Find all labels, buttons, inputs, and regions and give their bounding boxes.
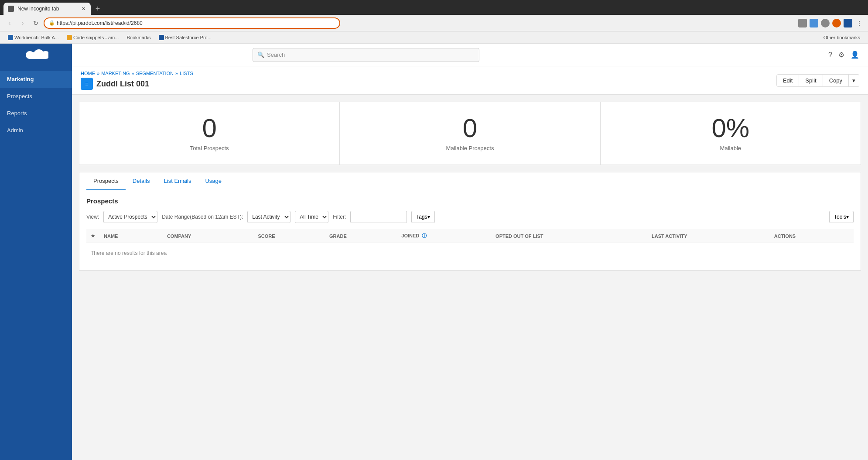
back-button[interactable]: ‹ — [4, 18, 15, 28]
user-icon[interactable]: 👤 — [851, 51, 859, 59]
filter-input[interactable] — [350, 211, 407, 223]
breadcrumb-sep-2: » — [132, 71, 134, 76]
extensions-area: ⋮ — [798, 19, 864, 27]
stats-row: 0 Total Prospects 0 Mailable Prospects 0… — [79, 102, 861, 165]
settings-icon[interactable]: ⚙ — [838, 51, 844, 59]
date-range-label: Date Range(Based on 12am EST): — [162, 214, 243, 220]
breadcrumb-sep-1: » — [97, 71, 99, 76]
main-content: HOME » MARKETING » SEGMENTATION » LISTS … — [72, 66, 868, 460]
col-actions: ACTIONS — [770, 229, 854, 243]
empty-message: There are no results for this area — [86, 243, 854, 264]
sidebar-nav: Marketing Prospects Reports Admin — [0, 71, 72, 460]
sidebar-item-prospects[interactable]: Prospects — [0, 88, 72, 105]
breadcrumb: HOME » MARKETING » SEGMENTATION » LISTS — [81, 71, 193, 76]
split-button[interactable]: Split — [799, 74, 823, 87]
ext-icon-2[interactable] — [810, 19, 818, 27]
col-joined[interactable]: JOINED ⓘ — [397, 229, 491, 243]
page-title: Zuddl List 001 — [96, 79, 149, 89]
joined-info-icon[interactable]: ⓘ — [422, 233, 427, 238]
ext-icon-3[interactable] — [821, 19, 830, 27]
ext-icon-1[interactable] — [798, 19, 807, 27]
stat-total-prospects: 0 Total Prospects — [79, 102, 340, 165]
salesforce-logo — [0, 44, 72, 71]
filters-row: View: Active Prospects Date Range(Based … — [86, 211, 854, 223]
bookmark-workbench[interactable]: Workbench: Bulk A... — [4, 34, 62, 41]
breadcrumb-marketing[interactable]: MARKETING — [101, 71, 130, 76]
ext-icon-5[interactable] — [844, 19, 852, 27]
tab-usage[interactable]: Usage — [198, 172, 229, 190]
address-bar[interactable]: 🔒 https://pi.pardot.com/list/read/id/268… — [44, 17, 340, 29]
col-name[interactable]: NAME — [99, 229, 163, 243]
stat-label-pct: Mailable — [720, 145, 741, 151]
header-actions: Edit Split Copy ▾ — [776, 74, 859, 87]
refresh-button[interactable]: ↻ — [31, 18, 41, 28]
tags-button[interactable]: Tags▾ — [411, 211, 434, 223]
edit-button[interactable]: Edit — [776, 74, 799, 87]
new-tab-button[interactable]: + — [92, 3, 103, 14]
search-bar[interactable]: 🔍 Search — [253, 48, 479, 62]
empty-row: There are no results for this area — [86, 243, 854, 264]
view-select[interactable]: Active Prospects — [103, 211, 157, 223]
breadcrumb-section: HOME » MARKETING » SEGMENTATION » LISTS … — [72, 66, 868, 95]
tools-button[interactable]: Tools▾ — [829, 211, 854, 223]
date-range-select[interactable]: Last Activity — [247, 211, 290, 223]
bookmark-icon-2 — [67, 35, 72, 40]
col-score[interactable]: SCORE — [254, 229, 325, 243]
top-nav-icons: ? ⚙ 👤 — [828, 51, 859, 59]
page-header: ≡ Zuddl List 001 — [81, 78, 193, 90]
breadcrumb-sep-3: » — [175, 71, 178, 76]
stat-number-total: 0 — [202, 115, 216, 141]
col-star: ★ — [86, 229, 99, 243]
other-bookmarks[interactable]: Other bookmarks — [820, 34, 864, 41]
page-icon: ≡ — [81, 78, 93, 90]
prospects-table: ★ NAME COMPANY SCORE GRADE JOINED ⓘ OPTE… — [86, 229, 854, 263]
col-company[interactable]: COMPANY — [163, 229, 254, 243]
time-range-select[interactable]: All Time — [295, 211, 328, 223]
forward-button[interactable]: › — [17, 18, 28, 28]
sidebar-item-reports[interactable]: Reports — [0, 105, 72, 122]
bookmark-icon-4 — [159, 35, 164, 40]
tab-close-icon[interactable]: ✕ — [80, 6, 86, 12]
more-button[interactable]: ⋮ — [855, 19, 864, 27]
tab-favicon — [8, 6, 14, 12]
prospects-section-title: Prospects — [86, 197, 854, 205]
address-text: https://pi.pardot.com/list/read/id/2680 — [57, 20, 143, 26]
tab-title: New incognito tab — [17, 6, 59, 12]
filter-label: Filter: — [333, 214, 346, 220]
breadcrumb-lists[interactable]: LISTS — [180, 71, 193, 76]
browser-tab[interactable]: New incognito tab ✕ — [3, 3, 91, 15]
bookmark-salesforce[interactable]: Best Salesforce Pro... — [155, 34, 215, 41]
bookmark-code[interactable]: Code snippets - am... — [63, 34, 123, 41]
help-icon[interactable]: ? — [828, 51, 832, 59]
tabs-header: Prospects Details List Emails Usage — [79, 172, 861, 190]
stat-label-total: Total Prospects — [190, 145, 229, 151]
col-last-activity[interactable]: LAST ACTIVITY — [647, 229, 770, 243]
top-nav: 🔍 Search ? ⚙ 👤 — [72, 44, 868, 66]
tabs-container: Prospects Details List Emails Usage Pros… — [79, 172, 861, 271]
col-grade[interactable]: GRADE — [325, 229, 397, 243]
tab-list-emails[interactable]: List Emails — [157, 172, 198, 190]
stat-mailable-prospects: 0 Mailable Prospects — [340, 102, 600, 165]
lock-icon: 🔒 — [49, 20, 55, 26]
copy-button[interactable]: Copy — [823, 74, 849, 87]
tab-details[interactable]: Details — [126, 172, 157, 190]
search-placeholder: Search — [267, 51, 285, 58]
sidebar-item-marketing[interactable]: Marketing — [0, 71, 72, 88]
stat-number-mailable: 0 — [463, 115, 477, 141]
sidebar-item-admin[interactable]: Admin — [0, 122, 72, 139]
search-icon: 🔍 — [257, 51, 264, 58]
action-dropdown-button[interactable]: ▾ — [849, 74, 859, 87]
view-label: View: — [86, 214, 99, 220]
stat-label-mailable: Mailable Prospects — [446, 145, 494, 151]
bookmark-icon-1 — [8, 35, 13, 40]
stat-number-pct: 0% — [711, 115, 749, 141]
ext-icon-4[interactable] — [832, 19, 841, 27]
tab-prospects[interactable]: Prospects — [86, 172, 126, 190]
bookmark-bookmarks[interactable]: Bookmarks — [123, 34, 154, 41]
breadcrumb-home[interactable]: HOME — [81, 71, 95, 76]
prospects-content: Prospects View: Active Prospects Date Ra… — [79, 190, 861, 270]
col-opted-out[interactable]: OPTED OUT OF LIST — [491, 229, 647, 243]
breadcrumb-segmentation[interactable]: SEGMENTATION — [136, 71, 174, 76]
stat-mailable-pct: 0% Mailable — [601, 102, 861, 165]
